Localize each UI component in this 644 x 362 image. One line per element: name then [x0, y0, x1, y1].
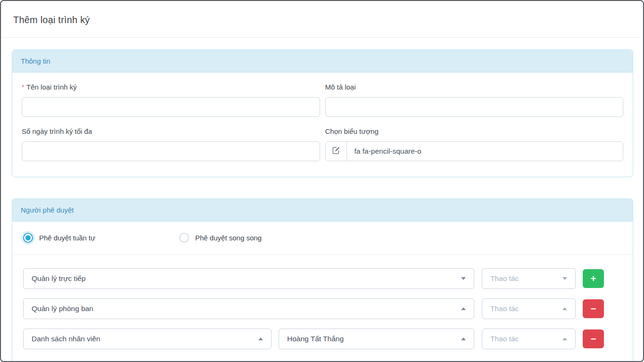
pencil-square-icon	[332, 146, 340, 156]
info-panel-body: *Tên loại trình ký Mô tả loại Số ngày tr…	[12, 73, 633, 177]
page-frame: Thêm loại trình ký Thông tin *Tên loại t…	[0, 0, 644, 362]
caret-up-icon	[461, 307, 466, 310]
icon-class-input[interactable]	[347, 142, 623, 161]
max-days-label: Số ngày trình ký tối đa	[22, 127, 320, 135]
caret-up-icon	[461, 337, 466, 340]
radio-selected-icon[interactable]	[23, 233, 33, 243]
approver-rows: Quản lý trực tiếpThao tác+Quản lý phòng …	[12, 255, 633, 349]
approver-select-0-0[interactable]: Quản lý trực tiếp	[23, 268, 474, 289]
description-label: Mô tả loại	[325, 83, 624, 91]
caret-down-icon	[461, 277, 466, 280]
select-value: Thao tác	[490, 274, 519, 283]
required-asterisk: *	[22, 83, 24, 90]
info-panel: Thông tin *Tên loại trình ký Mô tả loại …	[12, 49, 633, 177]
approver-panel-heading: Người phê duyệt	[12, 199, 633, 222]
name-label: *Tên loại trình ký	[22, 83, 320, 91]
approver-row: Quản lý phòng banThao tác−	[23, 298, 623, 319]
field-name: *Tên loại trình ký	[22, 83, 320, 117]
caret-up-icon	[562, 337, 567, 340]
approver-select-2-1[interactable]: Hoàng Tất Thắng	[279, 329, 474, 349]
main-content: Thông tin *Tên loại trình ký Mô tả loại …	[1, 38, 643, 362]
approval-mode-radio-group: Phê duyệt tuần tựPhê duyệt song song	[12, 222, 633, 255]
approver-select-2-0[interactable]: Danh sách nhân viên	[23, 329, 272, 349]
action-select-1[interactable]: Thao tác	[482, 298, 576, 319]
name-input[interactable]	[22, 97, 320, 117]
field-icon: Chọn biểu tượng	[325, 127, 624, 161]
select-value: Thao tác	[490, 304, 519, 313]
approver-select-1-0[interactable]: Quản lý phòng ban	[23, 298, 474, 319]
select-value: Quản lý trực tiếp	[32, 274, 86, 283]
info-panel-heading: Thông tin	[12, 50, 633, 73]
add-row-button[interactable]: +	[583, 269, 604, 288]
caret-up-icon	[258, 337, 263, 340]
remove-row-button[interactable]: −	[583, 329, 604, 348]
icon-label: Chọn biểu tượng	[325, 127, 624, 135]
max-days-input[interactable]	[22, 141, 320, 161]
remove-row-button[interactable]: −	[583, 299, 604, 318]
icon-input-group	[325, 141, 624, 161]
select-value: Thao tác	[490, 335, 519, 343]
caret-up-icon	[562, 307, 567, 310]
field-description: Mô tả loại	[325, 83, 624, 117]
approver-panel-body: Phê duyệt tuần tựPhê duyệt song song Quả…	[12, 222, 633, 349]
page-header: Thêm loại trình ký	[1, 2, 642, 38]
description-input[interactable]	[325, 97, 624, 117]
select-value: Danh sách nhân viên	[32, 335, 100, 343]
field-max-days: Số ngày trình ký tối đa	[22, 127, 320, 161]
page-title: Thêm loại trình ký	[13, 15, 90, 25]
icon-picker-button[interactable]	[326, 142, 347, 161]
radio-option-parallel[interactable]: Phê duyệt song song	[179, 233, 262, 243]
approver-panel: Người phê duyệt Phê duyệt tuần tựPhê duy…	[12, 198, 633, 362]
approver-row: Danh sách nhân viênHoàng Tất ThắngThao t…	[23, 329, 623, 349]
approver-row: Quản lý trực tiếpThao tác+	[23, 268, 623, 289]
action-select-0[interactable]: Thao tác	[482, 268, 576, 289]
caret-down-icon	[562, 277, 567, 280]
select-value: Hoàng Tất Thắng	[287, 335, 344, 343]
radio-label: Phê duyệt song song	[195, 234, 262, 242]
radio-unselected-icon[interactable]	[179, 233, 189, 243]
radio-option-sequential[interactable]: Phê duyệt tuần tự	[23, 233, 179, 243]
select-value: Quản lý phòng ban	[32, 304, 93, 313]
action-select-2[interactable]: Thao tác	[482, 329, 576, 349]
radio-label: Phê duyệt tuần tự	[39, 234, 95, 242]
